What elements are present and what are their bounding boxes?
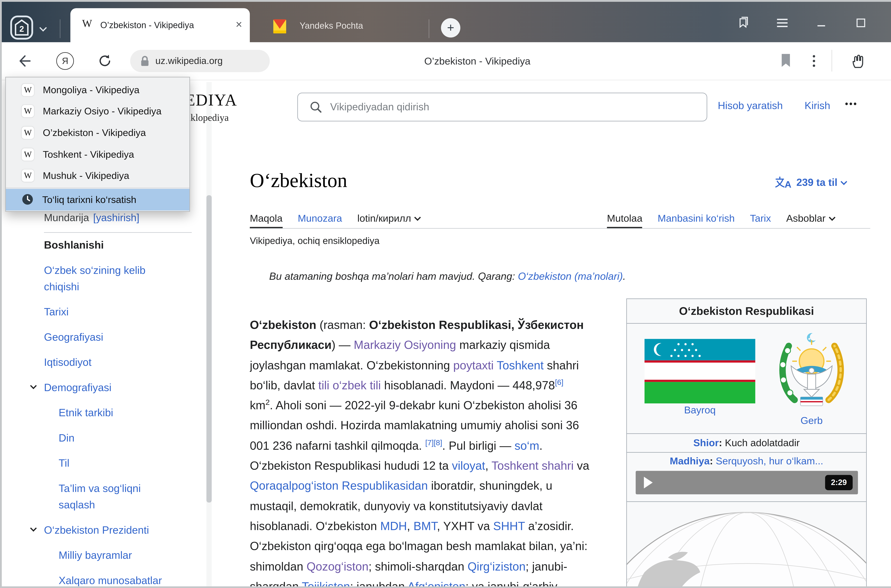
toc-item[interactable]: Ta’lim va sog‘liqni saqlash	[30, 480, 188, 513]
anthem-title-link[interactable]: Serquyosh, hur o‘lkam...	[716, 456, 823, 467]
article-tabs-right: MutolaaManbasini ko‘rishTarixAsboblar	[607, 213, 834, 225]
header-more-icon[interactable]: •••	[845, 99, 858, 108]
globe-map[interactable]	[627, 502, 866, 588]
emblem-caption-link[interactable]: Gerb	[775, 415, 849, 427]
text-link[interactable]: SHHT	[493, 520, 525, 532]
language-selector[interactable]: A 239 ta til	[775, 176, 846, 189]
history-item[interactable]: WO’zbekiston - Vikipediya	[6, 122, 189, 143]
language-count: 239 ta til	[796, 177, 837, 189]
toc-item[interactable]: O‘zbek so‘zining kelib chiqishi	[30, 262, 188, 295]
paragraph-line: shimoldan Qozog‘iston; shimoli-sharqdan …	[250, 556, 623, 576]
show-full-history-item[interactable]: To‘liq tarixni ko‘rsatish	[6, 189, 189, 211]
wikipedia-favicon: W	[22, 148, 34, 160]
yandex-search-icon[interactable]: Я	[56, 52, 74, 70]
wiki-search-input[interactable]: Vikipediyadan qidirish	[297, 93, 707, 122]
history-item[interactable]: WMushuk - Vikipediya	[6, 165, 189, 186]
text-link[interactable]: Qirg‘iziston	[468, 560, 526, 573]
browser-tab-inactive[interactable]: Yandeks Pochta	[260, 2, 424, 42]
article-tabs-left: MaqolaMunozaralotin/кирилл	[250, 213, 420, 225]
divider	[44, 232, 192, 233]
history-item[interactable]: WMongoliya - Vikipediya	[6, 79, 189, 100]
close-tab-icon[interactable]: ×	[236, 8, 242, 42]
toc-item[interactable]: Etnik tarkibi	[30, 405, 188, 421]
article-paragraph: O‘zbekiston (rasman: O‘zbekiston Respubl…	[250, 315, 623, 588]
text-link[interactable]: Toshkent shahri	[492, 459, 574, 472]
text-link[interactable]: MDH	[380, 520, 407, 532]
create-account-link[interactable]: Hisob yaratish	[718, 100, 783, 112]
uzbekistan-emblem[interactable]	[775, 328, 849, 413]
search-placeholder: Vikipediyadan qidirish	[330, 93, 429, 121]
article-tab[interactable]: Munozara	[298, 213, 342, 225]
new-tab-button[interactable]: +	[441, 18, 460, 38]
uzbekistan-flag[interactable]	[645, 339, 755, 404]
toc-item[interactable]: Din	[30, 430, 188, 446]
text-link[interactable]: [7][8]	[425, 438, 442, 447]
browser-tab-active[interactable]: W O’zbekiston - Vikipediya ×	[70, 8, 250, 42]
toc-item[interactable]: Milliy bayramlar	[30, 547, 188, 563]
article-tab[interactable]: Asboblar	[786, 213, 834, 225]
toc-hide-link[interactable]: [yashirish]	[93, 212, 140, 224]
more-options-icon[interactable]	[813, 55, 815, 69]
text-link[interactable]: [6]	[555, 378, 564, 387]
toc-item[interactable]: O‘zbekiston Prezidenti	[30, 522, 188, 538]
motto-link[interactable]: Shior	[693, 437, 719, 448]
paragraph-line: O‘zbekiston (rasman: O‘zbekiston Respubl…	[250, 315, 623, 335]
text-link[interactable]: Qoraqalpog‘iston Respublikasidan	[250, 479, 428, 492]
anthem-link[interactable]: Madhiya	[670, 456, 710, 467]
text-link[interactable]: Markaziy Osiyoning	[354, 339, 456, 351]
flag-caption-link[interactable]: Bayroq	[645, 405, 755, 416]
site-subtitle: Vikipediya, ochiq ensiklopediya	[250, 236, 380, 246]
menu-icon[interactable]	[775, 15, 790, 31]
paragraph-line: 001 236 nafarni tashkil qilmoqda. [7][8]…	[250, 435, 623, 456]
text-link[interactable]: poytaxti	[453, 358, 494, 372]
article-tab[interactable]: lotin/кирилл	[357, 213, 420, 225]
toc-item[interactable]: Boshlanishi	[30, 237, 188, 253]
paragraph-line: Республикаси) — Markaziy Osiyoning marka…	[250, 335, 623, 355]
article-tab[interactable]: Mutolaa	[607, 213, 642, 225]
toc-item[interactable]: Xalqaro munosabatlar	[30, 572, 188, 588]
article-tab[interactable]: Maqola	[250, 213, 283, 225]
maximize-icon[interactable]	[853, 15, 868, 31]
text-link[interactable]: Toshkent	[496, 358, 543, 372]
text-link[interactable]: Qozog‘iston	[306, 560, 369, 573]
infobox-map	[627, 502, 866, 588]
svg-text:A: A	[784, 179, 791, 189]
history-item-label: O’zbekiston - Vikipediya	[43, 127, 146, 138]
text-link[interactable]: tili o‘zbek tili	[318, 379, 381, 392]
text-link[interactable]: so‘m	[514, 439, 539, 452]
tab-group-badge[interactable]: 2	[10, 15, 33, 40]
back-icon[interactable]	[16, 53, 33, 69]
chevron-down-icon	[841, 178, 847, 185]
sidebar-scrollbar-thumb[interactable]	[206, 195, 212, 502]
article-tab[interactable]: Tarix	[750, 213, 771, 225]
infobox-motto: Shior: Kuch adolatdadir	[627, 434, 866, 453]
toc-item[interactable]: Iqtisodiyot	[30, 354, 188, 370]
wikipedia-favicon: W	[22, 127, 34, 139]
text-link[interactable]: viloyat	[452, 459, 485, 472]
language-icon: A	[775, 176, 792, 189]
paragraph-line: O‘zbekiston Respublikasi hududi 12 ta vi…	[250, 456, 623, 476]
play-icon[interactable]	[644, 477, 652, 488]
svg-text:2: 2	[20, 24, 24, 33]
bookmark-icon[interactable]	[780, 52, 792, 69]
text-link[interactable]: BMT	[413, 520, 437, 532]
yandex-mail-icon	[273, 20, 286, 33]
minimize-icon[interactable]	[814, 15, 830, 31]
audio-player[interactable]: 2:29	[636, 471, 858, 495]
reload-icon[interactable]	[97, 53, 112, 69]
history-item-label: Toshkent - Vikipediya	[43, 148, 134, 160]
extension-hand-icon[interactable]	[850, 53, 866, 69]
login-link[interactable]: Kirish	[805, 100, 830, 112]
text-link[interactable]: O‘zbekiston (ma’nolari)	[518, 270, 623, 282]
toc-item[interactable]: Til	[30, 455, 188, 471]
article-tab[interactable]: Manbasini ko‘rish	[658, 213, 735, 225]
history-item[interactable]: WMarkaziy Osiyo - Vikipediya	[6, 100, 189, 122]
toc-item[interactable]: Demografiyasi	[30, 380, 188, 396]
chevron-down-icon[interactable]	[39, 24, 47, 32]
browser-tab-bar: 2 W O’zbekiston - Vikipediya × Yandeks P…	[2, 2, 891, 42]
toc-item[interactable]: Geografiyasi	[30, 329, 188, 345]
chevron-down-icon	[414, 214, 421, 221]
history-item[interactable]: WToshkent - Vikipediya	[6, 144, 189, 165]
bookmarks-panel-icon[interactable]	[735, 15, 750, 31]
toc-item[interactable]: Tarixi	[30, 304, 188, 320]
